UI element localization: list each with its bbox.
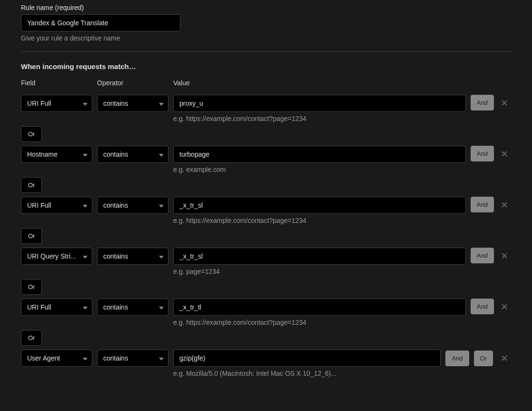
field-select[interactable]: URI Query Stri... xyxy=(21,248,92,265)
connector-or-button[interactable]: Or xyxy=(21,330,42,346)
connector-or-button[interactable]: Or xyxy=(21,126,42,142)
connector-or-button[interactable]: Or xyxy=(21,228,42,244)
value-input[interactable] xyxy=(173,146,466,163)
and-button[interactable]: And xyxy=(471,197,494,212)
field-select[interactable]: Hostname xyxy=(21,146,92,163)
close-icon xyxy=(501,252,508,260)
close-icon xyxy=(501,150,508,158)
field-select[interactable]: URI Full xyxy=(21,95,92,112)
or-button[interactable]: Or xyxy=(474,351,493,366)
operator-select[interactable]: contains xyxy=(97,299,168,316)
value-hint: e.g. https://example.com/contact?page=12… xyxy=(173,319,466,326)
value-input[interactable] xyxy=(173,95,466,112)
and-button[interactable]: And xyxy=(471,299,494,314)
operator-select[interactable]: contains xyxy=(97,95,168,112)
value-header: Value xyxy=(173,79,466,87)
operator-select[interactable]: contains xyxy=(97,146,168,163)
value-hint: e.g. https://example.com/contact?page=12… xyxy=(173,115,466,122)
value-input[interactable] xyxy=(173,248,466,265)
operator-select[interactable]: contains xyxy=(97,350,168,367)
close-icon xyxy=(501,354,508,362)
section-divider xyxy=(21,51,511,52)
rule-name-label: Rule name (required) xyxy=(21,4,511,11)
close-icon xyxy=(501,201,508,209)
value-input[interactable] xyxy=(173,350,441,367)
match-section-header: When incoming requests match… xyxy=(21,62,511,70)
operator-header: Operator xyxy=(97,79,168,87)
close-icon xyxy=(501,303,508,311)
and-button[interactable]: And xyxy=(471,95,494,110)
remove-rule-button[interactable] xyxy=(498,96,511,110)
field-header: Field xyxy=(21,79,92,87)
field-select[interactable]: URI Full xyxy=(21,197,92,214)
connector-or-button[interactable]: Or xyxy=(21,279,42,295)
field-select[interactable]: User Agent xyxy=(21,350,92,367)
rule-name-input[interactable] xyxy=(21,14,180,31)
value-input[interactable] xyxy=(173,197,466,214)
value-hint: e.g. page=1234 xyxy=(173,268,466,275)
field-select[interactable]: URI Full xyxy=(21,299,92,316)
and-button[interactable]: And xyxy=(471,248,494,263)
value-hint: e.g. example.com xyxy=(173,166,466,173)
value-hint: e.g. https://example.com/contact?page=12… xyxy=(173,217,466,224)
and-button[interactable]: And xyxy=(471,146,494,161)
value-hint: e.g. Mozilla/5.0 (Macintosh; Intel Mac O… xyxy=(173,370,511,377)
remove-rule-button[interactable] xyxy=(498,198,511,211)
operator-select[interactable]: contains xyxy=(97,197,168,214)
remove-rule-button[interactable] xyxy=(498,147,511,160)
value-input[interactable] xyxy=(173,299,466,316)
rule-name-helper: Give your rule a descriptive name xyxy=(21,34,511,42)
connector-or-button[interactable]: Or xyxy=(21,177,42,193)
close-icon xyxy=(501,99,508,107)
remove-rule-button[interactable] xyxy=(498,300,511,313)
and-button[interactable]: And xyxy=(445,351,469,366)
remove-rule-button[interactable] xyxy=(498,249,511,262)
remove-rule-button[interactable] xyxy=(498,351,511,365)
operator-select[interactable]: contains xyxy=(97,248,168,265)
